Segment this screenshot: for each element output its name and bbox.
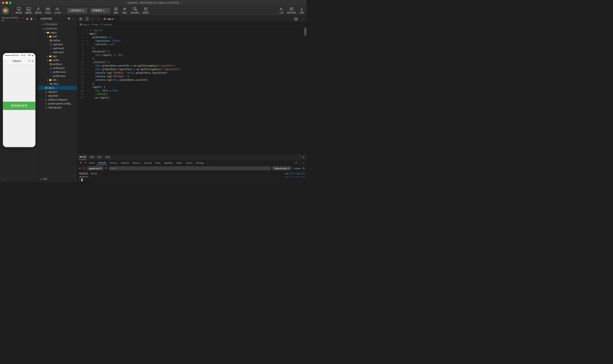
back-nav-button[interactable]: ‹ — [90, 17, 95, 21]
root-folder[interactable]: ▾ LOGINDEMO — [39, 27, 77, 31]
forward-nav-button[interactable]: › — [95, 17, 101, 21]
maximize-button[interactable] — [9, 1, 12, 4]
debugger-button[interactable]: 调试器 — [35, 7, 41, 14]
wechat-login-button[interactable]: 授权微信登录 — [3, 102, 35, 110]
more-icon[interactable]: ⋯ — [72, 17, 75, 20]
more-options-icon[interactable]: ⋮ — [299, 161, 302, 164]
code-content[interactable]: // app.js App({ globalData: { loginState… — [88, 27, 304, 154]
carrier: ●●●●● WeChat — [5, 54, 19, 56]
auth-folder[interactable]: ▾ 📁 auth — [39, 35, 77, 39]
settings-icon[interactable]: ⚙ — [303, 167, 305, 170]
profile-js-file[interactable]: JS profile.js — [39, 62, 77, 66]
app-js-file[interactable]: JS app.js — [39, 86, 77, 90]
ban-icon[interactable]: ⊘ — [83, 161, 87, 164]
logs-folder[interactable]: ▸ 📁 logs — [39, 54, 77, 58]
editor-button[interactable]: 编辑器 — [25, 7, 32, 14]
appdata-tab[interactable]: AppData — [162, 161, 174, 165]
more-editor-button[interactable]: ⋯ — [299, 17, 306, 21]
sensor-tab[interactable]: Sensor — [184, 161, 194, 165]
panel-close-icon[interactable]: ✕ — [302, 156, 305, 159]
eye-icon[interactable]: 👁 — [105, 167, 107, 170]
profile-wxml-file[interactable]: ≡ profile.wxml — [39, 70, 77, 74]
detail-icon — [299, 7, 305, 11]
search-icon[interactable]: 🔍 — [68, 17, 71, 20]
editor-scrollbar[interactable] — [304, 27, 306, 154]
tab-output[interactable]: 输出 — [97, 155, 102, 160]
console-ban-icon[interactable]: 🚫 — [82, 167, 86, 170]
bc-function[interactable]: success — [104, 23, 112, 26]
detail-button[interactable]: 详情 — [299, 7, 305, 14]
svg-rect-0 — [17, 7, 21, 10]
util-js-file[interactable]: JS util.js — [39, 82, 77, 86]
utils-folder[interactable]: ▾ 📁 utils — [39, 78, 77, 82]
split-editor-button[interactable] — [292, 17, 299, 21]
console-link-1[interactable]: app.js? [sm]:13 — [285, 172, 305, 175]
home-icon[interactable]: ⊕ — [32, 60, 34, 62]
upload-button[interactable]: 上传 — [279, 7, 284, 14]
mock-tab[interactable]: Mock — [154, 161, 162, 165]
open-editors-section[interactable]: ▸ 打开的编辑器 — [39, 22, 77, 27]
preview-button[interactable]: 预览 — [122, 7, 127, 14]
expand-panel-icon[interactable]: ⤢ — [303, 161, 305, 164]
console-clear-icon[interactable]: ⊘ — [79, 167, 81, 170]
sound-icon[interactable]: 🔇 — [30, 17, 33, 20]
pages-folder[interactable]: ▾ 📁 pages — [39, 31, 77, 35]
close-button[interactable] — [2, 1, 4, 4]
project-private-config-file[interactable]: {} project.private.config... — [39, 102, 77, 106]
sidebar-toggle[interactable] — [77, 17, 84, 21]
more-tabs[interactable]: » — [206, 161, 210, 165]
filter-input[interactable] — [109, 167, 271, 170]
remote-debug-button[interactable]: 真机调试 — [131, 7, 139, 14]
auth-js-file[interactable]: JS auth.js — [39, 39, 77, 42]
app-wxss-file[interactable]: ≈ app.wxss — [39, 94, 77, 98]
compile-button[interactable]: 编译 — [113, 7, 119, 14]
bookmark-button[interactable] — [84, 17, 90, 21]
back-button[interactable]: ‹ — [5, 59, 6, 63]
security-tab[interactable]: Security — [142, 161, 153, 165]
devtools-icon[interactable]: ⊞ — [79, 161, 83, 164]
panel-expand-icon[interactable]: ⌃ — [299, 156, 301, 159]
auth-wxss-file[interactable]: ≈ auth.wxss — [39, 50, 77, 54]
service-dropdown[interactable]: appservice ▾ — [87, 166, 103, 170]
project-config-file[interactable]: {} project.config.json — [39, 98, 77, 102]
console-cursor[interactable] — [81, 179, 83, 181]
auth-json-file[interactable]: {} auth.json — [39, 42, 77, 46]
level-dropdown[interactable]: Default levels ▾ — [273, 166, 291, 170]
record-icon[interactable]: ⏺ — [26, 17, 29, 20]
console-tab[interactable]: Console — [97, 161, 108, 165]
dots-icon[interactable]: ••• — [28, 60, 31, 62]
audits-tab[interactable]: Audits — [174, 161, 184, 165]
auth-wxml-file[interactable]: ≡ auth.wxml — [39, 46, 77, 50]
profile-wxss-file[interactable]: ≈ profile.wxss — [39, 74, 77, 78]
mode-dropdown[interactable]: 小程序模式 ▾ — [67, 8, 87, 13]
tab-debugger[interactable]: 调试器 — [79, 155, 86, 160]
visual-button[interactable]: 可视化 — [45, 7, 51, 14]
bc-scope[interactable]: login — [94, 23, 99, 26]
sitemap-file[interactable]: {} sitemap.json — [39, 106, 77, 110]
simulator-button[interactable]: 模拟器 — [16, 7, 22, 14]
clear-cache-button[interactable]: 清缓存 — [142, 7, 149, 14]
tab-issues[interactable]: 问题 — [90, 155, 94, 160]
app-json-file[interactable]: {} app.json — [39, 90, 77, 94]
phone-icon[interactable]: 📱 — [22, 17, 25, 20]
bc-file[interactable]: app.js — [83, 23, 89, 26]
cloud-button[interactable]: 云开发 — [54, 7, 61, 14]
console-link-2[interactable]: app.js? [sm]:14 — [285, 175, 305, 177]
wxml-tab[interactable]: Wxml — [88, 161, 96, 165]
network-tab[interactable]: Network — [120, 161, 131, 165]
minimize-button[interactable] — [6, 1, 8, 4]
window-controls[interactable] — [2, 1, 12, 4]
profile-folder[interactable]: ▾ 📁 profile — [39, 58, 77, 62]
app-js-tab[interactable]: JS app.js ✕ — [101, 16, 119, 22]
outline-section[interactable]: ▸ 大纲 — [39, 176, 77, 182]
tab-close-button[interactable]: ✕ — [115, 18, 117, 20]
sources-tab[interactable]: Sources — [108, 161, 119, 165]
profile-json-file[interactable]: {} profile.json — [39, 66, 77, 70]
svg-rect-8 — [49, 8, 50, 10]
memory-tab[interactable]: Memory — [131, 161, 142, 165]
more-icon[interactable]: ⋯ — [34, 17, 37, 20]
tab-terminal[interactable]: 终端 — [105, 155, 110, 160]
compile-dropdown[interactable]: 普通编译 ▾ — [90, 8, 110, 13]
storage-tab[interactable]: Storage — [195, 161, 206, 165]
version-button[interactable]: 版本管理 — [287, 7, 296, 14]
